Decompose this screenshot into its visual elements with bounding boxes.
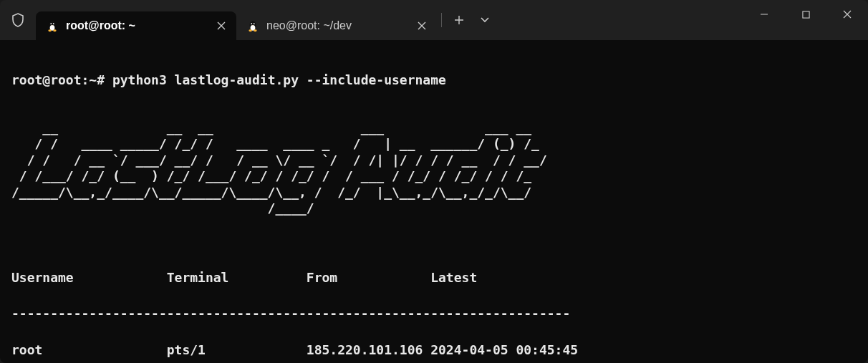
tab-label: root@root: ~ bbox=[66, 19, 208, 32]
svg-point-14 bbox=[249, 29, 252, 32]
close-icon[interactable] bbox=[415, 19, 428, 32]
table-separator: ----------------------------------------… bbox=[11, 304, 857, 322]
window-controls bbox=[743, 0, 868, 29]
tab-neo[interactable]: neo@root: ~/dev bbox=[236, 11, 437, 40]
table-row: root pts/1 185.220.101.106 2024-04-05 00… bbox=[11, 341, 857, 359]
svg-rect-16 bbox=[802, 11, 809, 17]
svg-point-7 bbox=[53, 29, 57, 32]
tab-label: neo@root: ~/dev bbox=[266, 19, 408, 32]
svg-point-12 bbox=[251, 24, 252, 24]
svg-point-15 bbox=[254, 29, 257, 32]
close-window-button[interactable] bbox=[826, 0, 868, 29]
command-line: root@root:~# python3 lastlog-audit.py --… bbox=[11, 71, 857, 89]
svg-point-4 bbox=[51, 24, 52, 24]
prompt-ps1: root@root:~# bbox=[11, 72, 105, 87]
svg-point-13 bbox=[254, 24, 254, 24]
blank-line bbox=[11, 235, 857, 251]
tab-root[interactable]: root@root: ~ bbox=[36, 11, 236, 40]
tux-icon bbox=[46, 19, 59, 32]
tux-icon bbox=[246, 19, 259, 32]
svg-point-11 bbox=[254, 23, 255, 24]
table-header-row: Username Terminal From Latest bbox=[11, 268, 857, 286]
minimize-button[interactable] bbox=[743, 0, 785, 29]
tab-divider bbox=[441, 13, 442, 27]
svg-point-6 bbox=[48, 29, 52, 32]
tab-strip: root@root: ~ neo@root: ~/dev bbox=[36, 0, 498, 40]
terminal-viewport[interactable]: root@root:~# python3 lastlog-audit.py --… bbox=[0, 40, 868, 363]
prompt-command: python3 lastlog-audit.py --include-usern… bbox=[112, 72, 446, 87]
svg-point-2 bbox=[50, 23, 52, 24]
svg-point-3 bbox=[53, 23, 54, 24]
ascii-banner: __ __ __ ___ ___ __ / / ____ _____/ /_/ … bbox=[11, 120, 857, 217]
svg-point-10 bbox=[251, 23, 252, 24]
new-tab-button[interactable] bbox=[446, 7, 472, 33]
maximize-button[interactable] bbox=[785, 0, 826, 29]
tab-dropdown-button[interactable] bbox=[472, 7, 498, 33]
svg-point-5 bbox=[53, 24, 54, 24]
window-titlebar: root@root: ~ neo@root: ~/dev bbox=[0, 0, 868, 40]
close-icon[interactable] bbox=[215, 19, 228, 32]
shield-icon[interactable] bbox=[0, 6, 36, 34]
